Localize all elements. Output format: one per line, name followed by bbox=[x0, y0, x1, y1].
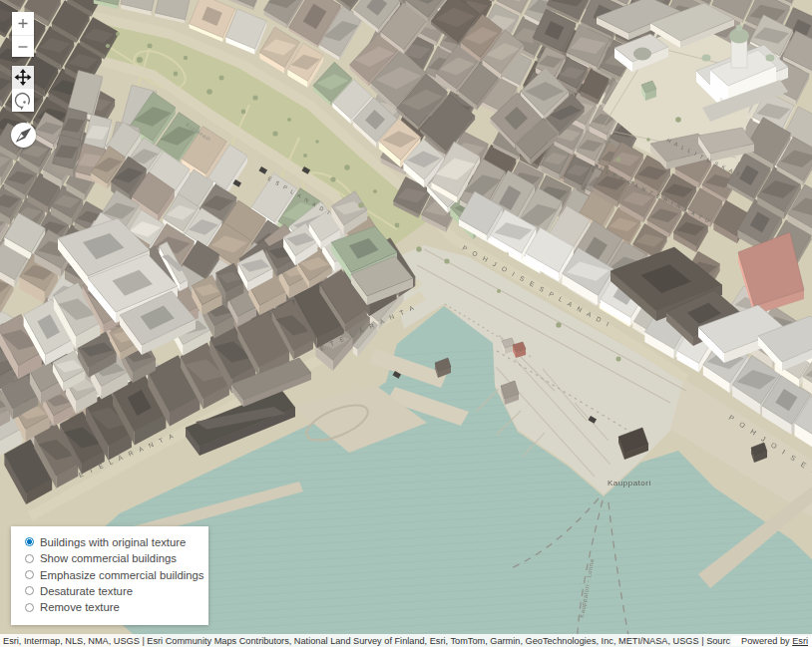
svg-text:Kauppatori: Kauppatori bbox=[608, 479, 651, 487]
